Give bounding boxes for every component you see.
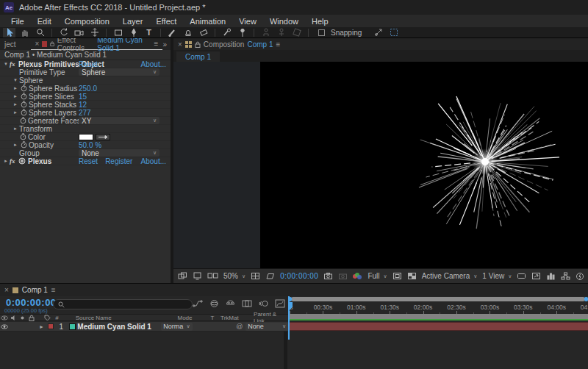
tab-effect-controls[interactable]: × Effect Controls Medium Cyan Solid 1 ≡ (31, 38, 163, 50)
menu-effect[interactable]: Effect (149, 16, 183, 26)
layer-name[interactable]: Medium Cyan Solid 1 (77, 323, 158, 331)
axis-mode-icon[interactable] (290, 28, 303, 37)
menu-layer[interactable]: Layer (116, 16, 150, 26)
eyedropper-icon[interactable] (96, 134, 110, 140)
eraser-tool[interactable] (197, 28, 209, 37)
pan-behind-tool[interactable] (88, 28, 101, 37)
composition-frame[interactable] (260, 62, 588, 268)
hand-tool[interactable] (18, 28, 31, 37)
frame-blending-icon[interactable] (242, 299, 252, 308)
axis-mode-icon[interactable] (275, 28, 287, 37)
search-box[interactable] (53, 299, 193, 309)
composition-viewer[interactable] (173, 62, 588, 268)
pick-whip-icon[interactable]: @ (233, 323, 245, 330)
time-navigator[interactable] (288, 297, 588, 301)
playhead[interactable] (288, 296, 290, 340)
tab-composition[interactable]: × Composition Comp 1 ≡ (173, 38, 284, 50)
layer-row[interactable]: ► 1 Medium Cyan Solid 1 Norma ∨ @ None ∨ (0, 322, 288, 332)
region-of-interest-icon[interactable] (265, 272, 275, 280)
shy-layers-icon[interactable] (226, 299, 235, 308)
property-value[interactable]: 12 (79, 101, 87, 109)
mirror-viewer-icon[interactable] (207, 272, 218, 280)
layer-visibility-eye-icon[interactable] (0, 324, 9, 329)
effect-header-row-plexus[interactable]: ► fx Plexus Reset Register About... (0, 157, 171, 165)
timeline-track-area[interactable]: 0s00:30s01:00s01:30s02:00s02:30s03:00s03… (288, 296, 588, 369)
twirl-closed-icon[interactable]: ► (12, 102, 19, 107)
reset-link[interactable]: Reset (79, 157, 98, 165)
tab-comp-1[interactable]: Comp 1 (176, 51, 220, 62)
fast-previews-icon[interactable] (576, 272, 584, 281)
about-link[interactable]: About... (141, 60, 166, 68)
stopwatch-icon[interactable] (21, 93, 27, 100)
navigator-end-handle[interactable] (584, 297, 588, 301)
group-dropdown[interactable]: None ∨ (79, 149, 159, 157)
generate-faces-dropdown[interactable]: XY ∨ (79, 117, 159, 124)
trkmat-column-header[interactable]: TrkMat (220, 315, 254, 321)
mode-column-header[interactable]: Mode (178, 315, 211, 321)
reset-link[interactable]: Reset (79, 60, 98, 68)
close-icon[interactable]: × (35, 40, 40, 48)
transparency-grid-icon[interactable] (407, 272, 417, 280)
clone-stamp-tool[interactable] (182, 28, 194, 37)
panel-menu-icon[interactable]: ≡ (154, 40, 159, 48)
pixel-aspect-icon[interactable] (531, 272, 541, 280)
close-icon[interactable]: × (178, 40, 182, 49)
axis-mode-icon[interactable] (259, 28, 272, 37)
share-view-icon[interactable] (517, 272, 526, 280)
menu-edit[interactable]: Edit (31, 16, 58, 26)
primitive-type-dropdown[interactable]: Sphere ∨ (79, 68, 159, 76)
current-time-display[interactable]: 0:00:00:00 (6, 297, 57, 308)
panel-menu-icon[interactable]: ≡ (276, 40, 280, 49)
pen-tool[interactable] (127, 28, 140, 37)
property-value[interactable]: 50.0 % (79, 141, 101, 149)
zoom-tool[interactable] (34, 28, 46, 37)
layer-label-color[interactable] (46, 323, 55, 329)
group-row-transform[interactable]: ► Transform (0, 125, 171, 133)
motion-blur-icon[interactable] (259, 299, 268, 308)
twirl-open-icon[interactable]: ▼ (2, 62, 10, 66)
tab-timeline-comp-1[interactable]: Comp 1 (22, 286, 48, 294)
twirl-closed-icon[interactable]: ► (2, 159, 10, 163)
property-value[interactable]: 250.0 (79, 85, 97, 93)
close-icon[interactable]: × (4, 286, 9, 294)
safe-guides-icon[interactable] (251, 272, 260, 280)
selection-tool[interactable] (3, 28, 15, 37)
magnification-dropdown[interactable]: 50% ∨ (223, 272, 245, 280)
property-value[interactable]: 277 (79, 109, 91, 117)
grid-options-icon[interactable] (387, 28, 400, 37)
graph-editor-icon[interactable] (275, 299, 285, 308)
source-name-column-header[interactable]: Source Name (71, 315, 178, 321)
channels-icon[interactable] (353, 273, 362, 280)
color-swatch[interactable] (79, 134, 93, 140)
twirl-closed-icon[interactable]: ► (12, 126, 19, 131)
snapping-checkbox[interactable] (318, 29, 325, 36)
rotation-tool[interactable] (57, 28, 70, 37)
layer-solid-swatch[interactable] (67, 323, 77, 330)
brush-tool[interactable] (166, 28, 179, 37)
project-tab-partial[interactable]: ject (0, 40, 21, 49)
twirl-closed-icon[interactable]: ► (12, 110, 19, 115)
exposure-histogram-icon[interactable] (546, 272, 556, 280)
camera-dropdown[interactable]: Active Camera ∨ (422, 272, 478, 280)
work-area-bar[interactable] (288, 314, 588, 319)
about-link[interactable]: About... (141, 157, 166, 165)
menu-window[interactable]: Window (263, 16, 305, 26)
group-row-sphere[interactable]: ▼ Sphere (0, 76, 171, 85)
text-tool[interactable]: T (143, 28, 155, 37)
roto-brush-tool[interactable] (220, 28, 233, 37)
stopwatch-icon[interactable] (21, 101, 27, 108)
twirl-open-icon[interactable]: ▼ (12, 78, 19, 82)
timeline-divider[interactable] (284, 332, 287, 369)
menu-composition[interactable]: Composition (58, 16, 116, 26)
stopwatch-icon[interactable] (20, 133, 26, 140)
target-region-icon[interactable] (392, 272, 402, 280)
stopwatch-icon[interactable] (20, 117, 26, 124)
layer-twirl-icon[interactable]: ► (37, 324, 46, 329)
comp-mini-flowchart-icon[interactable] (193, 299, 203, 308)
layer-duration-bar[interactable] (288, 322, 588, 331)
draft-3d-icon[interactable] (209, 299, 219, 308)
snapshot-icon[interactable] (323, 272, 333, 280)
shape-tool[interactable] (112, 28, 124, 37)
mini-flowchart-icon[interactable] (561, 272, 570, 280)
navigator-bar[interactable] (291, 297, 585, 301)
